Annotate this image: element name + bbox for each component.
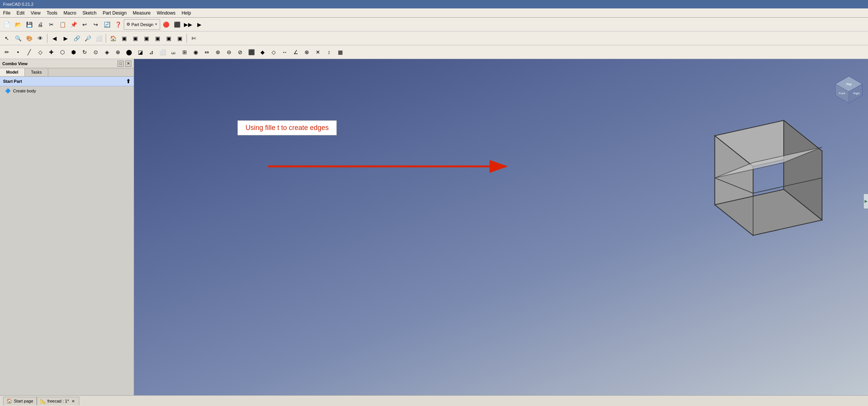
pad-icon: ⬡	[60, 49, 65, 55]
std-view-btn[interactable]: ⬜	[93, 33, 104, 44]
nav-cube[interactable]: Top Right Front	[834, 74, 864, 105]
tree-item-create-body[interactable]: 🔷 Create body	[0, 86, 134, 95]
tree-section-expand[interactable]: ⬆	[126, 78, 131, 84]
display-toggle-btn[interactable]: ▦	[335, 47, 346, 58]
multi-transform-btn[interactable]: ⊛	[213, 47, 223, 58]
red-arrow	[268, 155, 521, 178]
redo-btn[interactable]: ↪	[90, 19, 101, 30]
workbench-btn[interactable]: ⚙ Part Design ▼	[124, 19, 160, 30]
thickness-btn[interactable]: ⬜	[157, 47, 168, 58]
toggle-obj-btn[interactable]: 👁	[35, 33, 46, 44]
view-top-btn[interactable]: ▣	[130, 33, 141, 44]
line-btn[interactable]: ╱	[24, 47, 34, 58]
mirror-btn[interactable]: ⧢	[168, 47, 179, 58]
menu-item-macro[interactable]: Macro	[61, 10, 79, 16]
bool-op-btn[interactable]: ⊕	[113, 47, 123, 58]
tab-tasks[interactable]: Tasks	[25, 68, 48, 76]
copy-btn[interactable]: 📋	[57, 19, 68, 30]
menu-item-edit[interactable]: Edit	[13, 10, 28, 16]
print-btn[interactable]: 🖨	[35, 19, 46, 30]
pocket-btn[interactable]: ⬢	[68, 47, 79, 58]
zoom-box-btn[interactable]: 🔎	[82, 33, 93, 44]
part-tool2-btn[interactable]: ◇	[268, 47, 279, 58]
home-btn[interactable]: 🏠	[108, 33, 118, 44]
statusbar-tab-startpage[interactable]: 🏠 Start page	[3, 397, 37, 405]
combo-close-btn[interactable]: ✕	[125, 61, 131, 67]
meas-clear-btn[interactable]: ⊗	[301, 47, 312, 58]
polar-pattern-btn[interactable]: ◉	[190, 47, 201, 58]
cross-btn[interactable]: ✚	[46, 47, 57, 58]
meas-ref-btn[interactable]: ↕	[324, 47, 334, 58]
fillet-part-btn[interactable]: ⬤	[124, 47, 134, 58]
refresh-btn[interactable]: 🔄	[102, 19, 112, 30]
fast-fwd-btn[interactable]: ▶▶	[183, 19, 193, 30]
meas-all-btn[interactable]: ✕	[313, 47, 323, 58]
clipped-view-btn[interactable]: ⊘	[235, 47, 246, 58]
sketcher-btn[interactable]: ✏	[2, 47, 12, 58]
view-front-btn[interactable]: ▣	[119, 33, 129, 44]
play-btn[interactable]: ▶	[194, 19, 205, 30]
menu-item-tools[interactable]: Tools	[44, 10, 61, 16]
revolve-btn[interactable]: ↻	[79, 47, 90, 58]
view-top-icon: ▣	[133, 35, 138, 41]
line-icon: ╱	[28, 49, 31, 55]
linear-pattern-btn[interactable]: ⊞	[179, 47, 190, 58]
combo-tabs: Model Tasks	[0, 68, 134, 77]
diamond-icon: ◇	[38, 49, 43, 55]
freecad-close-btn[interactable]: ✕	[70, 398, 76, 404]
stop-btn[interactable]: ⬛	[172, 19, 182, 30]
save-btn[interactable]: 💾	[24, 19, 34, 30]
view-left-btn[interactable]: ▣	[174, 33, 185, 44]
part-tool1-btn[interactable]: ◆	[257, 47, 268, 58]
meas-angle-btn[interactable]: ∠	[290, 47, 301, 58]
section-view-btn[interactable]: ⊖	[224, 47, 234, 58]
new-btn[interactable]: 📄	[2, 19, 12, 30]
diamond-btn[interactable]: ◇	[35, 47, 46, 58]
menu-item-help[interactable]: Help	[179, 10, 194, 16]
right-sidebar-collapse[interactable]: ▶	[863, 194, 868, 209]
workbench-icon: ⚙	[126, 22, 130, 27]
chamfer-btn[interactable]: ◪	[135, 47, 146, 58]
view-rear-btn[interactable]: ▣	[152, 33, 163, 44]
cut-btn[interactable]: ✂	[46, 19, 57, 30]
toggle-solid-btn[interactable]: ⬛	[246, 47, 257, 58]
menu-item-windows[interactable]: Windows	[154, 10, 179, 16]
pocket-icon: ⬢	[71, 49, 76, 55]
record-btn[interactable]: 🔴	[160, 19, 171, 30]
forward-btn[interactable]: ▶	[60, 33, 71, 44]
tab-model[interactable]: Model	[0, 68, 25, 76]
viewport[interactable]: Top Right Front Using fille t to create …	[134, 59, 868, 395]
print-icon: 🖨	[38, 21, 43, 28]
loft-btn[interactable]: ◈	[102, 47, 112, 58]
clipping-btn[interactable]: ✄	[188, 33, 199, 44]
help2-btn[interactable]: ❓	[113, 19, 123, 30]
combo-restore-btn[interactable]: □	[118, 61, 124, 67]
mirrored-btn[interactable]: ⇔	[201, 47, 212, 58]
statusbar-tab-freecad[interactable]: 📐 freecad : 1* ✕	[37, 397, 79, 405]
menu-item-view[interactable]: View	[28, 10, 44, 16]
menu-item-sketch[interactable]: Sketch	[79, 10, 100, 16]
point-btn[interactable]: •	[13, 47, 23, 58]
refresh-icon: 🔄	[104, 21, 110, 28]
pointer-btn[interactable]: ↖	[2, 33, 12, 44]
sync-view-btn[interactable]: 🔗	[71, 33, 82, 44]
menu-item-measure[interactable]: Measure	[130, 10, 154, 16]
combo-view-title: Combo View	[2, 61, 28, 66]
draw-style-btn[interactable]: 🎨	[24, 33, 34, 44]
undo-btn[interactable]: ↩	[79, 19, 90, 30]
menu-item-file[interactable]: File	[0, 10, 13, 16]
view-bottom-btn[interactable]: ▣	[163, 33, 174, 44]
zoom-fit-btn[interactable]: 🔍	[13, 33, 23, 44]
open-btn[interactable]: 📂	[13, 19, 23, 30]
draft-btn[interactable]: ⊿	[146, 47, 157, 58]
view-right-btn[interactable]: ▣	[141, 33, 152, 44]
paste-btn[interactable]: 📌	[68, 19, 79, 30]
tree-section-start-part[interactable]: Start Part ⬆	[0, 77, 134, 86]
meas-dist-btn[interactable]: ↔	[279, 47, 290, 58]
menu-item-part design[interactable]: Part Design	[100, 10, 130, 16]
back-btn[interactable]: ◀	[49, 33, 60, 44]
pad-btn[interactable]: ⬡	[57, 47, 68, 58]
multi-transform-icon: ⊛	[216, 49, 220, 55]
annotation-box: Using fille t to create edges	[237, 120, 337, 135]
groove-btn[interactable]: ⊙	[90, 47, 101, 58]
